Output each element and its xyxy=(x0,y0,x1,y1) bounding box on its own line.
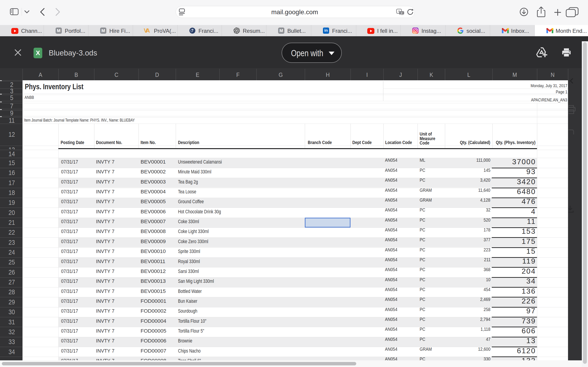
svg-text:文: 文 xyxy=(400,11,403,15)
